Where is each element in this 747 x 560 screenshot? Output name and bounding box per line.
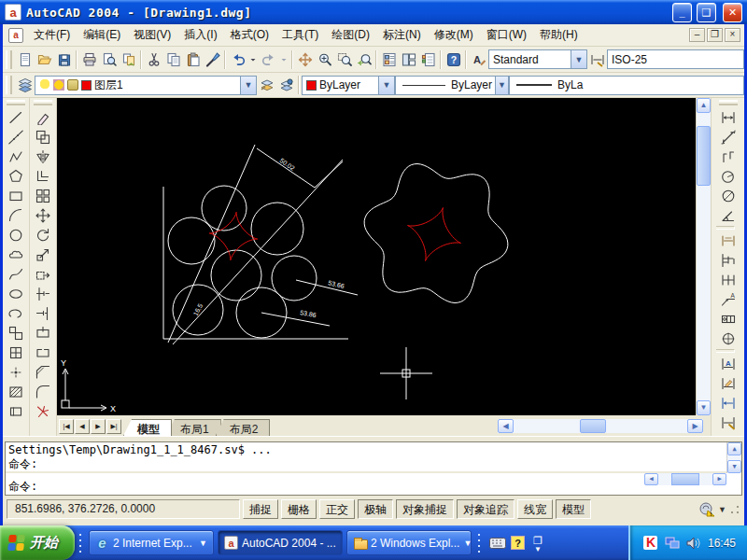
taskbar-separator[interactable] xyxy=(78,531,84,555)
erase-button[interactable] xyxy=(31,107,55,127)
task-button-0[interactable]: e2 Internet Exp...▼ xyxy=(89,530,214,555)
network-tray-icon[interactable] xyxy=(665,536,680,551)
menu-8[interactable]: 修改(M) xyxy=(428,24,480,46)
mdi-close-button[interactable]: × xyxy=(725,28,740,42)
volume-tray-icon[interactable] xyxy=(686,536,701,551)
linear-button[interactable] xyxy=(716,107,740,127)
break-at-point-button[interactable] xyxy=(31,323,55,343)
scale-button[interactable] xyxy=(31,245,55,264)
layer-states-button[interactable] xyxy=(276,75,296,95)
tab-first-button[interactable]: |◀ xyxy=(59,419,74,434)
antivirus-tray-icon[interactable]: K xyxy=(643,536,657,550)
arc-button[interactable] xyxy=(4,205,28,225)
scroll-down-icon[interactable]: ▼ xyxy=(697,400,711,415)
line-button[interactable] xyxy=(4,107,28,127)
scroll-up-icon[interactable]: ▲ xyxy=(727,442,741,455)
ellipse-arc-button[interactable] xyxy=(4,303,28,323)
taskbar-separator[interactable] xyxy=(476,531,483,555)
tolerance-button[interactable] xyxy=(716,309,740,329)
menu-10[interactable]: 帮助(H) xyxy=(533,24,585,46)
toolbar-grip[interactable] xyxy=(719,100,738,105)
layer-combo[interactable]: 图层1 ▼ xyxy=(35,76,257,95)
mdi-minimize-button[interactable]: – xyxy=(689,28,705,42)
region-button[interactable] xyxy=(4,401,28,421)
zoom-realtime-button[interactable] xyxy=(315,49,334,70)
toggle-5[interactable]: 对象追踪 xyxy=(457,499,514,519)
zoom-window-button[interactable] xyxy=(334,49,354,70)
spline-button[interactable] xyxy=(4,264,28,284)
toggle-6[interactable]: 线宽 xyxy=(517,499,553,519)
move-button[interactable] xyxy=(31,205,55,225)
status-tray-arrow-icon[interactable]: ▼ xyxy=(718,505,726,514)
print-preview-button[interactable] xyxy=(99,49,119,70)
start-button[interactable]: 开始 xyxy=(0,525,75,560)
toggle-1[interactable]: 栅格 xyxy=(281,499,317,519)
trim-button[interactable] xyxy=(31,284,55,303)
zoom-previous-button[interactable] xyxy=(354,49,374,70)
scrollbar-thumb[interactable] xyxy=(580,419,606,433)
construction-line-button[interactable] xyxy=(4,127,28,147)
toolbar-grip[interactable] xyxy=(7,100,25,105)
command-history[interactable]: Settings\Temp\Drawing1_1_1_8467.sv$ ...命… xyxy=(6,442,741,473)
menu-7[interactable]: 标注(N) xyxy=(376,24,428,46)
revision-cloud-button[interactable] xyxy=(4,245,28,264)
toggle-7[interactable]: 模型 xyxy=(556,499,591,519)
chamfer-button[interactable] xyxy=(31,362,55,382)
print-button[interactable] xyxy=(79,49,99,70)
dim-style-combo[interactable]: ISO-25 xyxy=(607,49,744,69)
extend-button[interactable] xyxy=(31,303,55,323)
scroll-down-icon[interactable]: ▼ xyxy=(727,460,741,473)
text-style-button[interactable]: A xyxy=(469,49,488,70)
layer-manager-button[interactable] xyxy=(15,75,35,95)
save-button[interactable] xyxy=(54,49,74,70)
maximize-button[interactable]: ❑ xyxy=(697,3,716,22)
scroll-left-icon[interactable]: ◀ xyxy=(498,419,514,433)
dim-edit-button[interactable] xyxy=(716,373,740,393)
language-help-icon[interactable]: ? xyxy=(511,536,525,550)
desktop-toolbar-icon[interactable]: ❐▼ xyxy=(529,535,546,552)
dim-text-edit-button[interactable]: A xyxy=(716,354,740,373)
tab-layout1[interactable]: 布局1 xyxy=(166,419,221,436)
mirror-button[interactable] xyxy=(31,147,55,166)
redo-button[interactable] xyxy=(259,49,278,70)
scroll-right-icon[interactable]: ▶ xyxy=(687,419,703,433)
toggle-3[interactable]: 极轴 xyxy=(358,499,393,519)
explode-button[interactable] xyxy=(31,401,55,421)
help-button[interactable]: ? xyxy=(444,49,463,70)
linetype-combo[interactable]: ByLayer ▼ xyxy=(395,76,509,95)
resize-grip[interactable] xyxy=(729,504,740,515)
array-button[interactable] xyxy=(31,186,55,205)
chevron-down-icon[interactable]: ▼ xyxy=(571,50,586,68)
menu-3[interactable]: 插入(I) xyxy=(177,24,223,46)
fillet-button[interactable] xyxy=(31,382,55,401)
cut-button[interactable] xyxy=(144,49,163,70)
tab-prev-button[interactable]: ◀ xyxy=(75,419,90,434)
hatch-button[interactable] xyxy=(4,382,28,401)
point-button[interactable] xyxy=(4,362,28,382)
pan-button[interactable] xyxy=(295,49,315,70)
open-button[interactable] xyxy=(35,49,54,70)
tab-model[interactable]: 模型 xyxy=(123,419,172,436)
chevron-down-icon[interactable]: ▼ xyxy=(378,77,394,94)
canvas-vertical-scrollbar[interactable]: ▲ ▼ xyxy=(696,98,711,415)
continue-button[interactable] xyxy=(716,270,740,289)
insert-block-button[interactable] xyxy=(4,323,28,343)
language-keyboard-icon[interactable] xyxy=(489,535,506,552)
stretch-button[interactable] xyxy=(31,264,55,284)
menu-2[interactable]: 视图(V) xyxy=(127,24,177,46)
rectangle-button[interactable] xyxy=(4,186,28,205)
polygon-button[interactable] xyxy=(4,166,28,186)
menu-6[interactable]: 绘图(D) xyxy=(325,24,376,46)
baseline-button[interactable] xyxy=(716,250,740,270)
new-button[interactable] xyxy=(15,49,35,70)
tool-palettes-button[interactable] xyxy=(418,49,438,70)
match-properties-button[interactable] xyxy=(203,49,222,70)
close-button[interactable]: ✕ xyxy=(723,3,742,22)
angular-button[interactable] xyxy=(716,205,740,225)
toggle-0[interactable]: 捕捉 xyxy=(243,499,278,519)
undo-button[interactable] xyxy=(228,49,247,70)
break-button[interactable] xyxy=(31,343,55,362)
publish-button[interactable] xyxy=(119,49,138,70)
task-button-2[interactable]: 2 Windows Expl...▼ xyxy=(346,530,472,555)
quick-dimension-button[interactable] xyxy=(716,231,740,250)
